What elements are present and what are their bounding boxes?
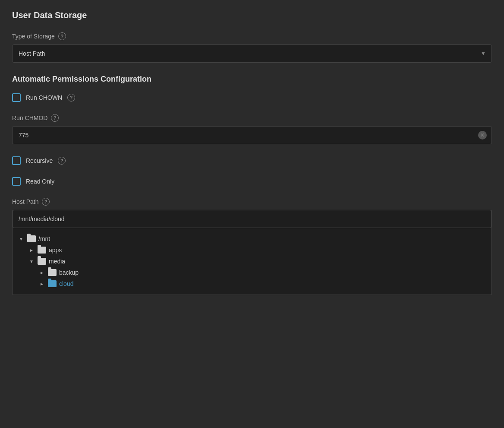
run-chown-help-icon[interactable]: ? [67, 94, 75, 101]
read-only-row: Read Only [12, 177, 492, 186]
cloud-chevron-icon [38, 280, 45, 287]
run-chown-checkbox[interactable] [12, 93, 21, 102]
recursive-row: Recursive ? [12, 156, 492, 165]
media-label: media [49, 258, 65, 265]
permissions-section-title: Automatic Permissions Configuration [12, 75, 492, 84]
tree-item-cloud[interactable]: cloud [37, 278, 488, 289]
mnt-chevron-icon [18, 235, 25, 242]
mnt-label: /mnt [38, 235, 50, 242]
recursive-label: Recursive [26, 157, 53, 164]
type-of-storage-help-icon[interactable]: ? [58, 32, 66, 40]
host-path-help-icon[interactable]: ? [42, 198, 50, 206]
backup-chevron-icon [38, 269, 45, 276]
run-chmod-label-row: Run CHMOD ? [12, 114, 492, 122]
mnt-children: apps media backup [16, 244, 488, 289]
tree-item-media[interactable]: media [26, 256, 488, 267]
run-chown-row: Run CHOWN ? [12, 93, 492, 102]
run-chmod-input[interactable] [12, 126, 492, 144]
run-chmod-help-icon[interactable]: ? [51, 114, 59, 122]
media-chevron-icon [28, 258, 35, 265]
main-container: User Data Storage Type of Storage ? Host… [0, 0, 504, 305]
host-path-section: Host Path ? /mnt apps [12, 198, 492, 295]
recursive-checkbox[interactable] [12, 156, 21, 165]
backup-folder-icon [48, 269, 57, 276]
backup-label: backup [59, 269, 79, 276]
type-of-storage-select[interactable]: Host Path NFS SMB / CIFS iSCSI [12, 44, 492, 63]
file-tree: /mnt apps media [12, 228, 492, 295]
run-chmod-clear-icon[interactable]: ✕ [478, 131, 487, 139]
type-of-storage-label: Type of Storage ? [12, 32, 492, 40]
tree-item-mnt[interactable]: /mnt [16, 233, 488, 244]
run-chown-label: Run CHOWN [26, 94, 62, 101]
media-folder-icon [38, 258, 46, 265]
host-path-input[interactable] [12, 210, 492, 228]
tree-item-backup[interactable]: backup [37, 267, 488, 278]
cloud-folder-icon [48, 280, 57, 287]
apps-folder-icon [38, 247, 46, 254]
media-children: backup cloud [26, 267, 488, 289]
apps-label: apps [49, 247, 62, 254]
recursive-help-icon[interactable]: ? [58, 157, 66, 165]
cloud-label: cloud [59, 280, 73, 287]
page-title: User Data Storage [12, 10, 492, 20]
mnt-folder-icon [27, 235, 36, 242]
apps-chevron-icon [28, 247, 35, 254]
read-only-checkbox[interactable] [12, 177, 21, 186]
type-of-storage-wrapper: Host Path NFS SMB / CIFS iSCSI ▼ [12, 44, 492, 63]
tree-item-apps[interactable]: apps [26, 244, 488, 256]
read-only-label: Read Only [26, 178, 54, 185]
host-path-label-row: Host Path ? [12, 198, 492, 206]
run-chmod-wrapper: ✕ [12, 126, 492, 144]
